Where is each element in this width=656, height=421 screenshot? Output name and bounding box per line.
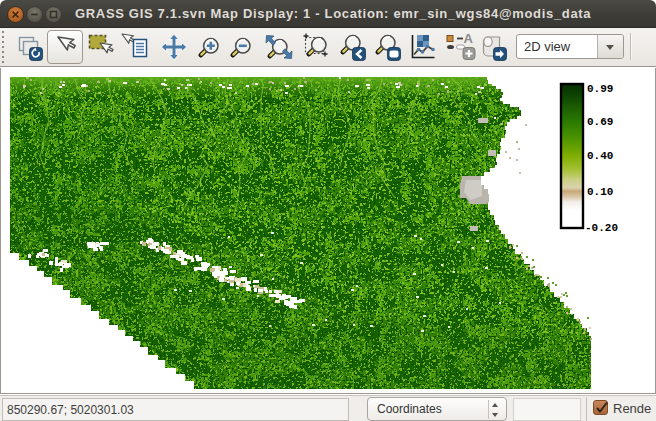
svg-text:0.99: 0.99 (587, 83, 613, 95)
svg-text:0.10: 0.10 (587, 186, 613, 198)
svg-text:0.69: 0.69 (587, 116, 613, 128)
svg-text:0.40: 0.40 (587, 150, 613, 162)
svg-text:-0.20: -0.20 (585, 222, 618, 234)
svg-text:A: A (464, 31, 474, 46)
